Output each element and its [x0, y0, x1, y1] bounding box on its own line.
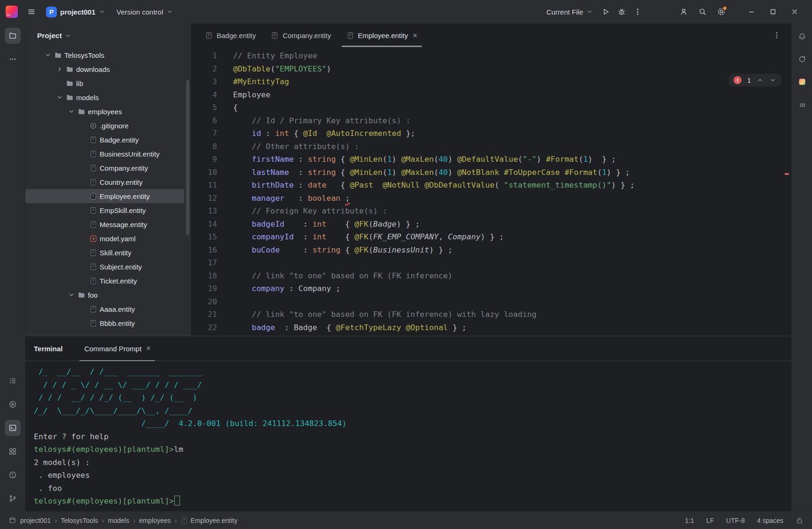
code-line[interactable]: 21 // link "to one" based on FK (FK infe… [191, 308, 791, 321]
code-line[interactable]: 7 id : int { @Id @AutoIncremented }; [191, 127, 791, 140]
code-line[interactable]: 2@DbTable("EMPLOYEES") [191, 63, 791, 76]
project-folder-button[interactable] [5, 28, 21, 44]
breadcrumb-item[interactable]: models [108, 517, 129, 524]
editor-tab-Badge.entity[interactable]: Badge.entity [197, 24, 263, 47]
file-encoding[interactable]: UTF-8 [726, 517, 745, 524]
tree-item-model.yaml[interactable]: Ymodel.yaml [25, 231, 184, 245]
tree-item-Aaaa.entity[interactable]: Aaaa.entity [25, 302, 184, 316]
next-error-button[interactable] [769, 77, 776, 84]
breadcrumb-item[interactable]: employees [139, 517, 171, 524]
tree-item-TelosysTools[interactable]: TelosysTools [25, 48, 184, 62]
code-line[interactable]: 20 [191, 295, 791, 308]
line-number: 7 [191, 127, 217, 140]
code-line[interactable]: 3#MyEntityTag [191, 75, 791, 88]
tree-item-Company.entity[interactable]: Company.entity [25, 161, 184, 175]
terminal-output[interactable]: /_ __/__ / /___ _______ _______ / / / _ … [25, 361, 791, 511]
terminal-button[interactable] [5, 420, 21, 436]
code-line[interactable]: 1// Entity Employee [191, 49, 791, 63]
code-line[interactable]: 12 manager : boolean ; [191, 192, 791, 205]
error-stripe-mark[interactable] [785, 173, 789, 175]
tree-item-Country.entity[interactable]: Country.entity [25, 175, 184, 189]
caret-position[interactable]: 1:1 [685, 517, 694, 524]
maven-button[interactable]: m [795, 97, 810, 112]
version-control-button[interactable] [5, 490, 21, 506]
code-line[interactable]: 19 company : Company ; [191, 282, 791, 295]
profile-button[interactable] [676, 4, 692, 20]
tree-item-models[interactable]: models [25, 90, 184, 104]
tree-item-employees[interactable]: employees [25, 104, 184, 118]
plugin-button[interactable] [795, 74, 810, 89]
project-panel-header[interactable]: Project [25, 24, 191, 48]
code-line[interactable]: 11 birthDate : date { @Past @NotNull @Db… [191, 179, 791, 192]
tree-item-Employee.entity[interactable]: Employee.entity [25, 189, 184, 203]
breadcrumb-item[interactable]: TelosysTools [61, 517, 98, 524]
previous-error-button[interactable] [757, 77, 764, 84]
editor-tab-Company.entity[interactable]: Company.entity [263, 24, 338, 47]
tree-scrollbar[interactable] [186, 80, 189, 235]
code-line[interactable]: 15 companyId : int { @FK(FK_EMP_COMPANY,… [191, 230, 791, 244]
code-line[interactable]: 22 badge : Badge { @FetchTypeLazy @Optio… [191, 321, 791, 334]
tree-item-EmpSkill.entity[interactable]: EmpSkill.entity [25, 203, 184, 217]
project-widget[interactable]: P project001 [41, 4, 110, 20]
services-button[interactable] [5, 443, 21, 459]
line-ending[interactable]: LF [706, 517, 714, 524]
search-everywhere-button[interactable] [695, 4, 710, 20]
code-editor[interactable]: 1// Entity Employee2@DbTable("EMPLOYEES"… [191, 47, 791, 336]
code-line[interactable]: 4Employee [191, 88, 791, 102]
debug-button[interactable] [614, 4, 630, 20]
settings-button[interactable] [713, 4, 729, 20]
inspections-widget[interactable]: ! 1 [729, 74, 781, 87]
tree-item-BusinessUnit.entity[interactable]: BusinessUnit.entity [25, 147, 184, 161]
indent-setting[interactable]: 4 spaces [757, 517, 783, 524]
run-button[interactable] [598, 4, 614, 20]
tree-item-Badge.entity[interactable]: Badge.entity [25, 133, 184, 147]
status-bar: project001›TelosysTools›models›employees… [0, 511, 812, 529]
code-line[interactable]: 18 // link "to one" based on FK (FK infe… [191, 269, 791, 283]
close-icon[interactable]: × [413, 32, 417, 39]
editor-tab-Employee.entity[interactable]: Employee.entity× [339, 24, 425, 47]
code-line[interactable]: 8 // Other attribute(s) : [191, 140, 791, 153]
breadcrumb-item[interactable]: project001 [20, 517, 51, 524]
code-line[interactable]: 17 [191, 256, 791, 269]
code-line[interactable]: 9 firstName : string { @MinLen(1) @MaxLe… [191, 153, 791, 166]
tree-item-Subject.entity[interactable]: Subject.entity [25, 260, 184, 274]
problems-button[interactable] [5, 467, 21, 483]
vcs-widget[interactable]: Version control [112, 4, 178, 20]
tree-item-Message.entity[interactable]: Message.entity [25, 217, 184, 231]
code-line[interactable]: 6 // Id / Primary Key attribute(s) : [191, 114, 791, 127]
terminal-icon [8, 424, 17, 432]
code-line[interactable]: 13 // Foreign Key attribute(s) : [191, 205, 791, 218]
terminal-tab-command-prompt[interactable]: Command Prompt × [78, 336, 156, 361]
folder-icon [54, 51, 62, 59]
breadcrumb-item[interactable]: Employee.entity [191, 517, 238, 524]
tree-item-foo[interactable]: foo [25, 288, 184, 302]
tree-item-label: Bbbb.entity [100, 319, 135, 327]
more-tools-button[interactable] [5, 51, 21, 67]
code-line[interactable]: 16 buCode : string { @FK(BusinessUnit) }… [191, 244, 791, 257]
code-line[interactable]: 14 badgeId : int { @FK(Badge) } ; [191, 218, 791, 231]
tree-item-Skill.entity[interactable]: Skill.entity [25, 245, 184, 260]
lock-icon[interactable] [796, 516, 804, 524]
todo-button[interactable] [5, 373, 21, 389]
terminal-title[interactable]: Terminal [34, 345, 62, 353]
ai-assistant-button[interactable] [795, 52, 810, 67]
tree-item-downloads[interactable]: downloads [25, 62, 184, 76]
app-logo-text: IJ [6, 13, 10, 18]
minimize-button[interactable] [741, 0, 762, 24]
tab-list-button[interactable] [769, 27, 785, 43]
run-button[interactable] [5, 396, 21, 412]
code-line[interactable]: 5{ [191, 101, 791, 114]
tree-item-lib[interactable]: lib [25, 76, 184, 90]
main-menu-button[interactable] [23, 4, 39, 20]
close-icon[interactable]: × [146, 344, 150, 353]
tree-item-.gitignore[interactable]: .gitignore [25, 118, 184, 133]
tree-item-Bbbb.entity[interactable]: Bbbb.entity [25, 316, 184, 330]
notifications-button[interactable] [795, 29, 810, 44]
tree-item-Ticket.entity[interactable]: Ticket.entity [25, 274, 184, 288]
run-config-selector[interactable]: Current File [542, 4, 598, 20]
app-logo-icon[interactable]: IJ [6, 6, 18, 18]
close-button[interactable] [784, 0, 805, 24]
more-actions-button[interactable] [630, 4, 646, 20]
maximize-button[interactable] [762, 0, 784, 24]
code-line[interactable]: 10 lastName : string { @MinLen(1) @MaxLe… [191, 166, 791, 179]
